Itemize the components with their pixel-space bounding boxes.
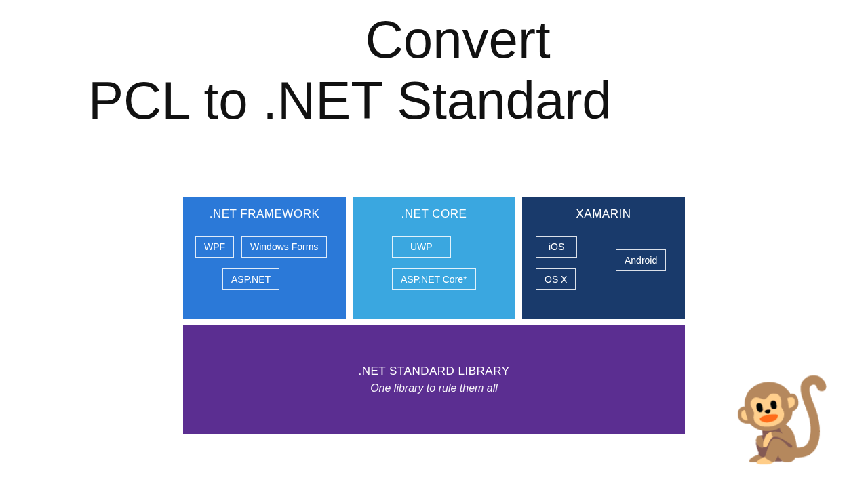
library-title: .NET STANDARD LIBRARY: [358, 365, 509, 378]
net-standard-library-box: .NET STANDARD LIBRARY One library to rul…: [183, 325, 685, 434]
chip-windows-forms: Windows Forms: [241, 236, 327, 258]
chip-osx: OS X: [536, 268, 576, 290]
title-line-1: Convert: [88, 12, 827, 68]
chip-aspnet: ASP.NET: [222, 268, 279, 290]
column-header-core: .NET CORE: [362, 207, 506, 221]
monkey-icon: 🐒: [731, 378, 833, 460]
column-header-framework: .NET FRAMEWORK: [193, 207, 336, 221]
chip-android: Android: [616, 249, 666, 271]
chip-ios: iOS: [536, 236, 577, 258]
column-header-xamarin: XAMARIN: [532, 207, 675, 221]
slide-title: Convert PCL to .NET Standard: [88, 12, 827, 129]
chip-aspnet-core: ASP.NET Core*: [392, 268, 476, 290]
chip-uwp: UWP: [392, 236, 451, 258]
xamarin-chips: iOS OS X Android: [532, 233, 675, 309]
framework-chips: WPF Windows Forms ASP.NET: [193, 233, 336, 309]
column-net-framework: .NET FRAMEWORK WPF Windows Forms ASP.NET: [183, 197, 346, 319]
title-line-2: PCL to .NET Standard: [88, 73, 827, 129]
core-chips: UWP ASP.NET Core*: [362, 233, 506, 309]
column-net-core: .NET CORE UWP ASP.NET Core*: [353, 197, 515, 319]
diagram-top-row: .NET FRAMEWORK WPF Windows Forms ASP.NET…: [183, 197, 685, 319]
library-subtitle: One library to rule them all: [370, 382, 498, 394]
column-xamarin: XAMARIN iOS OS X Android: [522, 197, 685, 319]
chip-wpf: WPF: [195, 236, 234, 258]
dotnet-diagram: .NET FRAMEWORK WPF Windows Forms ASP.NET…: [183, 197, 685, 434]
